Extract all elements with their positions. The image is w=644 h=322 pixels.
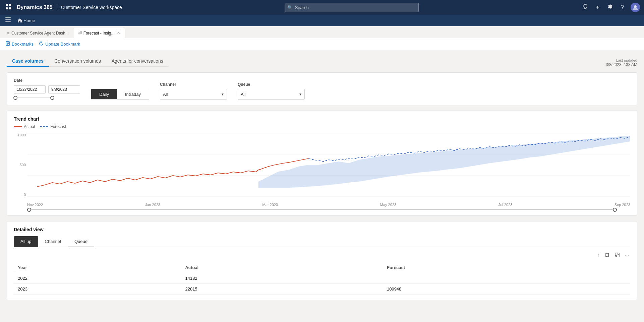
chart-xaxis: Nov 2022 Jan 2023 Mar 2023 May 2023 Jul … xyxy=(27,203,630,207)
tab-customer-service-dash[interactable]: ≡ Customer Service Agent Dash... xyxy=(3,28,73,38)
lightbulb-icon[interactable] xyxy=(581,3,589,12)
svg-rect-9 xyxy=(5,21,11,22)
legend-forecast-line xyxy=(40,126,48,127)
apps-grid-icon[interactable] xyxy=(4,2,13,13)
chart-area: 1000 500 0 xyxy=(14,133,630,207)
tabsbar: ≡ Customer Service Agent Dash... Forecas… xyxy=(0,26,644,38)
tab2-close-icon[interactable]: ✕ xyxy=(116,31,121,35)
svg-marker-18 xyxy=(41,42,42,43)
tab2-icon xyxy=(77,30,81,36)
svg-rect-12 xyxy=(80,31,80,34)
svg-rect-10 xyxy=(78,33,78,34)
channel-label: Channel xyxy=(160,82,227,87)
svg-rect-23 xyxy=(615,253,619,257)
col-forecast: Forecast xyxy=(383,262,630,273)
bookmarksbar: Bookmarks Update Bookmark xyxy=(0,38,644,50)
col-year: Year xyxy=(14,262,181,273)
hamburger-icon[interactable] xyxy=(4,16,12,25)
date-from-input[interactable] xyxy=(14,85,46,93)
bookmarks-button[interactable]: Bookmarks xyxy=(5,41,34,47)
detailed-tabs: All up Channel Queue xyxy=(14,236,630,247)
daily-button[interactable]: Daily xyxy=(91,89,117,99)
detailed-view-section: Detailed view All up Channel Queue ↑ xyxy=(7,221,637,300)
detailed-tab-channel[interactable]: Channel xyxy=(38,236,68,247)
bookmark-icon xyxy=(5,41,10,47)
content-tabs: Case volumes Conversation volumes Agents… xyxy=(7,56,169,67)
slider-right-handle[interactable] xyxy=(50,96,54,100)
date-slider xyxy=(14,96,80,100)
tab-agents-conversations[interactable]: Agents for conversations xyxy=(106,56,169,67)
main-content: Case volumes Conversation volumes Agents… xyxy=(0,50,644,322)
search-input[interactable] xyxy=(285,3,419,12)
row1-forecast xyxy=(383,273,630,284)
brand-name: Dynamics 365 xyxy=(17,4,57,10)
detailed-tab-queue[interactable]: Queue xyxy=(68,236,94,247)
expand-icon[interactable] xyxy=(613,251,621,260)
legend-forecast: Forecast xyxy=(40,124,66,129)
channel-filter-group: Channel All Chat Email Phone ▼ xyxy=(160,82,227,100)
legend-actual-label: Actual xyxy=(24,124,35,129)
home-label: Home xyxy=(23,18,35,23)
svg-rect-7 xyxy=(5,17,11,18)
row2-forecast: 109948 xyxy=(383,284,630,295)
table-row: 2022 14182 xyxy=(14,273,630,284)
chart-legend: Actual Forecast xyxy=(14,124,630,129)
legend-actual-line xyxy=(14,126,22,127)
update-bookmark-label: Update Bookmark xyxy=(45,42,80,47)
date-filter-group: Date xyxy=(14,78,80,100)
last-updated-label: Last updated xyxy=(606,58,637,62)
xaxis-jul2023: Jul 2023 xyxy=(499,203,513,207)
bookmarks-label: Bookmarks xyxy=(12,42,34,47)
last-updated: Last updated 3/8/2023 2:38 AM xyxy=(606,58,637,67)
tab-conversation-volumes[interactable]: Conversation volumes xyxy=(49,56,106,67)
content-header: Case volumes Conversation volumes Agents… xyxy=(7,56,637,67)
data-table: Year Actual Forecast 2022 14182 2023 228… xyxy=(14,262,630,295)
home-button[interactable]: Home xyxy=(15,17,38,24)
row2-actual: 22815 xyxy=(181,284,383,295)
svg-rect-0 xyxy=(6,4,8,6)
svg-rect-8 xyxy=(5,19,11,20)
svg-rect-2 xyxy=(6,7,8,9)
tab1-icon: ≡ xyxy=(7,31,9,36)
tab1-label: Customer Service Agent Dash... xyxy=(11,31,69,36)
more-options-icon[interactable]: ··· xyxy=(624,251,630,260)
view-toggle-group: Daily Intraday xyxy=(91,83,149,100)
row1-actual: 14182 xyxy=(181,273,383,284)
intraday-button[interactable]: Intraday xyxy=(117,89,149,99)
svg-point-6 xyxy=(634,5,637,8)
user-avatar[interactable] xyxy=(631,3,640,12)
trend-chart-section: Trend chart Actual Forecast 1000 500 0 xyxy=(7,111,637,216)
bookmark-table-icon[interactable] xyxy=(603,251,611,260)
secondbar: Home xyxy=(0,15,644,26)
xaxis-mar2023: Mar 2023 xyxy=(262,203,278,207)
row1-year: 2022 xyxy=(14,273,181,284)
channel-select[interactable]: All Chat Email Phone xyxy=(160,89,227,100)
svg-rect-13 xyxy=(81,31,81,34)
date-to-input[interactable] xyxy=(48,85,80,93)
chart-range-slider xyxy=(14,209,630,210)
queue-select[interactable]: All Queue 1 Queue 2 xyxy=(238,89,305,100)
row2-year: 2023 xyxy=(14,284,181,295)
chart-yaxis: 1000 500 0 xyxy=(14,133,27,197)
search-container: 🔍 xyxy=(126,3,577,12)
tab-forecast-insights[interactable]: Forecast - Insig... ✕ xyxy=(73,28,125,38)
app-name: Customer Service workspace xyxy=(61,5,122,10)
tab-case-volumes[interactable]: Case volumes xyxy=(7,56,49,67)
add-icon[interactable]: + xyxy=(595,3,601,12)
detailed-tab-all-up[interactable]: All up xyxy=(14,236,38,247)
help-icon[interactable]: ? xyxy=(620,3,625,12)
xaxis-nov2022: Nov 2022 xyxy=(27,203,43,207)
slider-left-handle[interactable] xyxy=(13,96,17,100)
range-left-handle[interactable] xyxy=(27,208,31,212)
slider-track xyxy=(14,98,54,98)
yaxis-500: 500 xyxy=(20,163,27,167)
xaxis-sep2023: Sep 2023 xyxy=(614,203,630,207)
update-bookmark-button[interactable]: Update Bookmark xyxy=(39,41,80,47)
search-icon: 🔍 xyxy=(287,5,293,10)
range-right-handle[interactable] xyxy=(613,208,617,212)
settings-icon[interactable] xyxy=(606,3,614,12)
chart-svg xyxy=(27,133,630,197)
sort-up-icon[interactable]: ↑ xyxy=(596,251,601,260)
topbar: Dynamics 365 Customer Service workspace … xyxy=(0,0,644,15)
yaxis-0: 0 xyxy=(24,193,27,197)
